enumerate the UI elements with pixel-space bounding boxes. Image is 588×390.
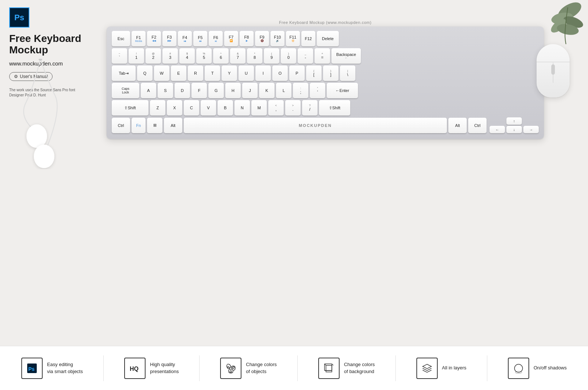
key-f8[interactable]: F8▶	[240, 31, 254, 46]
key-5[interactable]: %5	[196, 48, 212, 64]
key-2[interactable]: @2	[146, 48, 161, 64]
key-shift-right[interactable]: ⇧Shift	[319, 100, 350, 116]
key-4[interactable]: $4	[179, 48, 195, 64]
divider-1	[103, 355, 104, 381]
key-ctrl-right[interactable]: Ctrl	[468, 118, 487, 133]
feature-change-colors-background: Change colors of background	[318, 358, 375, 379]
key-backslash[interactable]: |\	[340, 65, 355, 81]
key-arrow-right[interactable]: →	[523, 126, 539, 133]
key-6[interactable]: ^6	[213, 48, 229, 64]
key-u[interactable]: U	[239, 65, 254, 81]
key-y[interactable]: Y	[222, 65, 237, 81]
spacebar-text: MOCKUPDEN	[299, 123, 332, 128]
key-l[interactable]: L	[276, 83, 291, 98]
key-j[interactable]: J	[242, 83, 258, 98]
key-space[interactable]: MOCKUPDEN	[184, 118, 447, 133]
plant-decoration	[514, 0, 588, 70]
key-slash[interactable]: ?/	[302, 100, 318, 116]
key-f6[interactable]: F6⏯	[209, 31, 223, 46]
key-shift-left[interactable]: ⇧Shift	[112, 100, 148, 116]
layers-icon	[422, 363, 433, 374]
key-f7[interactable]: F7⏩	[224, 31, 238, 46]
key-alt-right[interactable]: Alt	[448, 118, 467, 133]
divider-2	[199, 355, 200, 381]
key-z[interactable]: Z	[150, 100, 165, 116]
key-enter[interactable]: ←Enter	[327, 83, 358, 98]
key-9[interactable]: (9	[264, 48, 279, 64]
svg-point-13	[233, 366, 234, 368]
divider-3	[297, 355, 298, 381]
key-f11[interactable]: F11🔆	[286, 31, 300, 46]
bottom-row: Ctrl Fn ⊞ Alt MOCKUPDEN Alt Ctrl ↑ ← ↓ →	[112, 117, 539, 133]
key-caps-lock[interactable]: CapsLock	[112, 83, 139, 98]
key-comma[interactable]: <,	[268, 100, 284, 116]
feature-all-layers: All in layers	[416, 358, 466, 379]
key-alt-left[interactable]: Alt	[164, 118, 182, 133]
key-p[interactable]: P	[289, 65, 305, 81]
key-w[interactable]: W	[154, 65, 169, 81]
key-n[interactable]: N	[234, 100, 250, 116]
key-lbracket[interactable]: {[	[306, 65, 322, 81]
key-f5[interactable]: F5⏭	[193, 31, 207, 46]
key-g[interactable]: G	[208, 83, 224, 98]
biohazard-icon-box	[220, 358, 241, 379]
key-v[interactable]: V	[201, 100, 216, 116]
key-t[interactable]: T	[205, 65, 220, 81]
main-title: Free Keyboard Mockup	[9, 33, 94, 56]
key-tilde[interactable]: ~`	[112, 48, 127, 64]
key-equals[interactable]: +=	[315, 48, 330, 64]
divider-4	[395, 355, 396, 381]
key-s[interactable]: S	[158, 83, 173, 98]
feature-high-quality: HQ High quality presentations	[124, 358, 179, 379]
key-ctrl-left[interactable]: Ctrl	[112, 118, 130, 133]
key-7[interactable]: &7	[230, 48, 245, 64]
key-c[interactable]: C	[184, 100, 199, 116]
key-3[interactable]: #3	[162, 48, 178, 64]
key-semicolon[interactable]: :;	[293, 83, 308, 98]
number-row: ~` !1 @2 #3 $4 %5 ^6 &7 *8 (9 )0 _- += B…	[112, 48, 539, 64]
key-h[interactable]: H	[225, 83, 241, 98]
key-x[interactable]: X	[167, 100, 182, 116]
key-arrow-left[interactable]: ←	[490, 126, 505, 133]
keyboard-rows: Esc F1Media F2◀◀ F3▶▶ F4⏮ F5⏭ F6⏯ F7⏩ F8…	[112, 31, 539, 133]
key-8[interactable]: *8	[247, 48, 262, 64]
key-b[interactable]: B	[218, 100, 233, 116]
key-d[interactable]: D	[175, 83, 190, 98]
key-k[interactable]: K	[259, 83, 275, 98]
key-f10[interactable]: F10🔊	[270, 31, 284, 46]
key-a[interactable]: A	[141, 83, 156, 98]
key-e[interactable]: E	[171, 65, 186, 81]
key-f[interactable]: F	[191, 83, 207, 98]
biohazard-icon	[225, 363, 236, 374]
key-win[interactable]: ⊞	[147, 118, 162, 133]
key-rbracket[interactable]: }]	[323, 65, 338, 81]
key-m[interactable]: M	[251, 100, 267, 116]
key-0[interactable]: )0	[281, 48, 296, 64]
key-i[interactable]: I	[255, 65, 271, 81]
key-arrow-up[interactable]: ↑	[506, 117, 522, 125]
svg-point-1	[34, 145, 54, 168]
key-period[interactable]: >.	[285, 100, 301, 116]
key-f9[interactable]: F9🔇	[255, 31, 269, 46]
key-1[interactable]: !1	[129, 48, 144, 64]
key-backspace[interactable]: Backspace←	[331, 48, 361, 64]
qwerty-row: Tab⇥ Q W E R T Y U I O P {[ }] |\	[112, 65, 539, 81]
key-r[interactable]: R	[188, 65, 203, 81]
key-f4[interactable]: F4⏮	[178, 31, 192, 46]
ps-logo: Ps	[9, 7, 29, 28]
key-f12[interactable]: F12	[301, 31, 315, 46]
key-delete[interactable]: Delete	[317, 31, 339, 46]
key-o[interactable]: O	[272, 65, 288, 81]
shadow-icon-box	[508, 358, 529, 379]
key-esc[interactable]: Esc	[112, 31, 130, 46]
key-quote[interactable]: "'	[310, 83, 325, 98]
key-fn[interactable]: Fn	[132, 118, 146, 133]
key-tab[interactable]: Tab⇥	[112, 65, 136, 81]
key-f1[interactable]: F1Media	[132, 31, 146, 46]
key-f3[interactable]: F3▶▶	[162, 31, 176, 46]
svg-point-11	[230, 367, 232, 369]
key-q[interactable]: Q	[137, 65, 153, 81]
key-arrow-down[interactable]: ↓	[506, 126, 522, 133]
key-minus[interactable]: _-	[298, 48, 313, 64]
key-f2[interactable]: F2◀◀	[147, 31, 161, 46]
